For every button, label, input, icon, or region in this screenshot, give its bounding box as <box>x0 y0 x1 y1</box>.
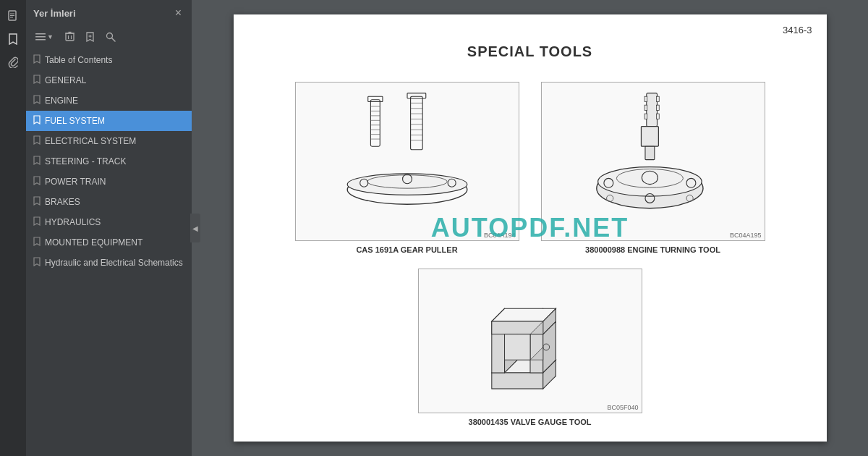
sidebar-item-hydraulic-electrical[interactable]: Hydraulic and Electrical Schematics <box>26 253 192 273</box>
sidebar-item-engine[interactable]: ENGINE <box>26 90 192 111</box>
sidebar-item-label-hydraulic-electrical: Hydraulic and Electrical Schematics <box>45 258 183 268</box>
svg-rect-50 <box>644 146 654 159</box>
sidebar-panel: Yer İmleri × ▼ <box>26 0 192 456</box>
sidebar-item-label-toc: Table of Contents <box>45 55 112 65</box>
page-number: 3416-3 <box>783 25 812 35</box>
sidebar-bookmarks-list: Table of ContentsGENERALENGINEFUEL SYSTE… <box>26 47 192 456</box>
tool-engine-turning-image: BC04A195 <box>541 82 765 241</box>
tool3-image-id: BC05F040 <box>604 402 641 413</box>
svg-point-37 <box>347 174 467 195</box>
sidebar-item-label-fuel-system: FUEL SYSTEM <box>45 116 105 126</box>
svg-marker-72 <box>504 334 529 360</box>
toolbar-options-button[interactable]: ▼ <box>32 30 57 43</box>
sidebar-item-mounted-equipment[interactable]: MOUNTED EQUIPMENT <box>26 232 192 253</box>
sidebar-item-label-power-train: POWER TRAIN <box>45 177 106 187</box>
bookmark-icon-engine <box>33 95 41 106</box>
svg-rect-43 <box>644 96 647 101</box>
svg-rect-49 <box>641 127 658 147</box>
svg-rect-46 <box>656 105 659 110</box>
bookmark-icon-mounted-equipment <box>33 237 41 248</box>
sidebar-title: Yer İmleri <box>33 8 76 19</box>
toolbar-new-bookmark-button[interactable] <box>82 30 98 44</box>
tool3-caption: 380001435 VALVE GAUGE TOOL <box>469 418 592 426</box>
sidebar-item-toc[interactable]: Table of Contents <box>26 50 192 70</box>
sidebar-item-label-mounted-equipment: MOUNTED EQUIPMENT <box>45 237 142 248</box>
sidebar-item-label-electrical-system: ELECTRICAL SYSTEM <box>45 136 136 146</box>
bookmark-icon-electrical-system <box>33 135 41 147</box>
sidebar-item-label-general: GENERAL <box>45 75 86 85</box>
sidebar-header: Yer İmleri × <box>26 0 192 26</box>
toolbar-delete-button[interactable] <box>61 29 78 44</box>
sidebar-toolbar: ▼ <box>26 26 192 47</box>
bookmark-icon-brakes <box>33 196 41 208</box>
bookmark-icon-fuel-system <box>33 115 41 127</box>
sidebar-clip-icon[interactable] <box>3 52 23 72</box>
tools-grid: BC04A194 CAS 1691A GEAR PULLER <box>263 82 798 426</box>
sidebar-collapse-button[interactable]: ◀ <box>190 214 192 242</box>
tool2-caption: 380000988 ENGINE TURNING TOOL <box>585 245 720 254</box>
bookmark-icon-hydraulic-electrical <box>33 257 41 269</box>
sidebar-item-label-engine: ENGINE <box>45 96 78 106</box>
svg-rect-5 <box>35 36 46 38</box>
bookmark-icon-general <box>33 75 41 86</box>
main-content: 3416-3 SPECIAL TOOLS AUTOPDF.NET <box>192 0 868 456</box>
tools-top-row: BC04A194 CAS 1691A GEAR PULLER <box>263 82 798 254</box>
sidebar-icon-strip <box>0 0 26 456</box>
sidebar-item-power-train[interactable]: POWER TRAIN <box>26 172 192 192</box>
options-arrow: ▼ <box>47 33 54 41</box>
tool-valve-gauge: BC05F040 380001435 VALVE GAUGE TOOL <box>418 269 642 426</box>
sidebar-item-brakes[interactable]: BRAKES <box>26 192 192 212</box>
svg-rect-44 <box>656 96 659 101</box>
svg-rect-35 <box>407 93 426 98</box>
sidebar-item-label-brakes: BRAKES <box>45 197 80 207</box>
page-title: SPECIAL TOOLS <box>263 43 798 60</box>
bookmark-icon-steering-track <box>33 156 41 167</box>
svg-rect-16 <box>370 100 380 146</box>
svg-rect-4 <box>35 33 46 35</box>
svg-marker-61 <box>491 373 542 389</box>
tool-engine-turning: BC04A195 380000988 ENGINE TURNING TOOL <box>541 82 765 254</box>
svg-rect-7 <box>66 33 74 41</box>
sidebar-item-fuel-system[interactable]: FUEL SYSTEM <box>26 111 192 131</box>
tool2-image-id: BC04A195 <box>727 230 765 240</box>
bookmark-icon-toc <box>33 54 41 66</box>
tool-gear-puller-image: BC04A194 <box>295 82 519 241</box>
svg-rect-47 <box>644 114 647 119</box>
svg-rect-42 <box>646 93 657 127</box>
tool1-caption: CAS 1691A GEAR PULLER <box>356 245 457 254</box>
sidebar-bookmark-icon[interactable] <box>3 29 23 49</box>
svg-rect-48 <box>656 114 659 119</box>
page-container: 3416-3 SPECIAL TOOLS AUTOPDF.NET <box>234 14 827 442</box>
sidebar-item-steering-track[interactable]: STEERING - TRACK <box>26 151 192 172</box>
svg-rect-26 <box>410 96 422 150</box>
svg-rect-6 <box>35 39 46 41</box>
bookmark-icon-power-train <box>33 176 41 187</box>
svg-line-15 <box>111 38 115 41</box>
bookmark-icon-hydraulics <box>33 216 41 228</box>
toolbar-search-button[interactable] <box>102 30 119 44</box>
sidebar-item-general[interactable]: GENERAL <box>26 70 192 90</box>
tool1-image-id: BC04A194 <box>481 230 519 240</box>
svg-rect-45 <box>644 105 647 110</box>
sidebar-item-electrical-system[interactable]: ELECTRICAL SYSTEM <box>26 131 192 151</box>
tools-bottom-row: BC05F040 380001435 VALVE GAUGE TOOL <box>263 269 798 426</box>
tool-gear-puller: BC04A194 CAS 1691A GEAR PULLER <box>295 82 519 254</box>
sidebar-item-label-steering-track: STEERING - TRACK <box>45 156 126 166</box>
sidebar-close-button[interactable]: × <box>172 6 184 20</box>
sidebar: Yer İmleri × ▼ <box>0 0 192 456</box>
svg-point-52 <box>597 167 702 196</box>
sidebar-item-hydraulics[interactable]: HYDRAULICS <box>26 212 192 232</box>
sidebar-page-icon[interactable] <box>3 6 23 26</box>
sidebar-item-label-hydraulics: HYDRAULICS <box>45 217 101 227</box>
tool-valve-gauge-image: BC05F040 <box>418 269 642 413</box>
svg-rect-25 <box>367 96 382 101</box>
